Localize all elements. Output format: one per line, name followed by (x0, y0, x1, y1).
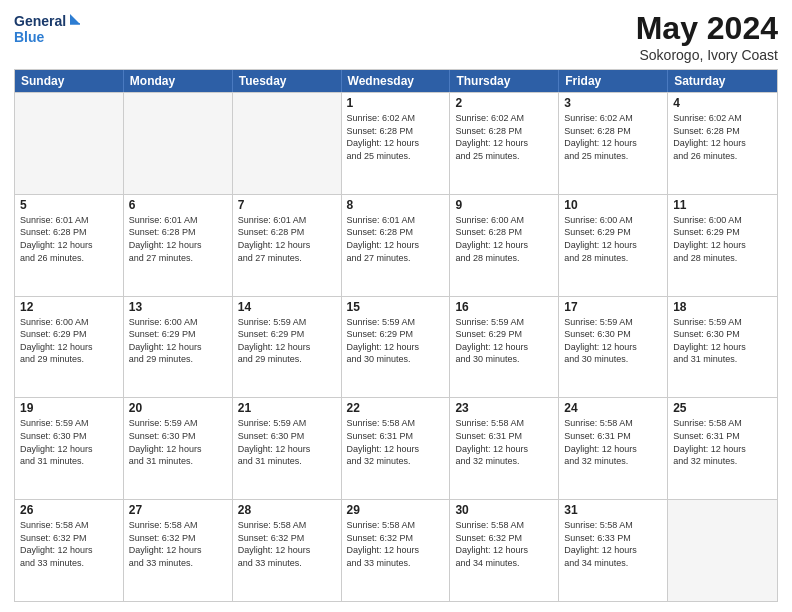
svg-text:Blue: Blue (14, 29, 45, 45)
calendar-cell-r3-c2: 13Sunrise: 6:00 AM Sunset: 6:29 PM Dayli… (124, 297, 233, 398)
location: Sokorogo, Ivory Coast (636, 47, 778, 63)
cell-info: Sunrise: 5:59 AM Sunset: 6:29 PM Dayligh… (347, 316, 445, 366)
day-number: 14 (238, 300, 336, 314)
calendar-cell-r1-c1 (15, 93, 124, 194)
cell-info: Sunrise: 6:01 AM Sunset: 6:28 PM Dayligh… (238, 214, 336, 264)
calendar-body: 1Sunrise: 6:02 AM Sunset: 6:28 PM Daylig… (15, 92, 777, 601)
svg-marker-2 (70, 14, 80, 24)
cell-info: Sunrise: 6:02 AM Sunset: 6:28 PM Dayligh… (455, 112, 553, 162)
page: General Blue May 2024 Sokorogo, Ivory Co… (0, 0, 792, 612)
header: General Blue May 2024 Sokorogo, Ivory Co… (14, 10, 778, 63)
cell-info: Sunrise: 5:59 AM Sunset: 6:30 PM Dayligh… (129, 417, 227, 467)
day-number: 1 (347, 96, 445, 110)
calendar-cell-r5-c4: 29Sunrise: 5:58 AM Sunset: 6:32 PM Dayli… (342, 500, 451, 601)
calendar-cell-r4-c1: 19Sunrise: 5:59 AM Sunset: 6:30 PM Dayli… (15, 398, 124, 499)
day-number: 23 (455, 401, 553, 415)
calendar-cell-r2-c2: 6Sunrise: 6:01 AM Sunset: 6:28 PM Daylig… (124, 195, 233, 296)
cell-info: Sunrise: 6:02 AM Sunset: 6:28 PM Dayligh… (564, 112, 662, 162)
day-number: 22 (347, 401, 445, 415)
day-number: 25 (673, 401, 772, 415)
calendar-cell-r4-c3: 21Sunrise: 5:59 AM Sunset: 6:30 PM Dayli… (233, 398, 342, 499)
day-number: 27 (129, 503, 227, 517)
calendar-cell-r2-c1: 5Sunrise: 6:01 AM Sunset: 6:28 PM Daylig… (15, 195, 124, 296)
day-number: 21 (238, 401, 336, 415)
svg-text:General: General (14, 13, 66, 29)
calendar-cell-r1-c2 (124, 93, 233, 194)
calendar-cell-r5-c1: 26Sunrise: 5:58 AM Sunset: 6:32 PM Dayli… (15, 500, 124, 601)
calendar-cell-r5-c2: 27Sunrise: 5:58 AM Sunset: 6:32 PM Dayli… (124, 500, 233, 601)
cell-info: Sunrise: 6:02 AM Sunset: 6:28 PM Dayligh… (673, 112, 772, 162)
day-number: 12 (20, 300, 118, 314)
day-number: 31 (564, 503, 662, 517)
cell-info: Sunrise: 5:58 AM Sunset: 6:31 PM Dayligh… (673, 417, 772, 467)
logo-svg: General Blue (14, 10, 84, 48)
day-number: 24 (564, 401, 662, 415)
header-friday: Friday (559, 70, 668, 92)
header-thursday: Thursday (450, 70, 559, 92)
day-number: 30 (455, 503, 553, 517)
calendar-cell-r1-c6: 3Sunrise: 6:02 AM Sunset: 6:28 PM Daylig… (559, 93, 668, 194)
cell-info: Sunrise: 5:58 AM Sunset: 6:31 PM Dayligh… (347, 417, 445, 467)
day-number: 18 (673, 300, 772, 314)
cell-info: Sunrise: 5:58 AM Sunset: 6:31 PM Dayligh… (564, 417, 662, 467)
cell-info: Sunrise: 5:58 AM Sunset: 6:32 PM Dayligh… (20, 519, 118, 569)
header-tuesday: Tuesday (233, 70, 342, 92)
calendar-cell-r2-c5: 9Sunrise: 6:00 AM Sunset: 6:28 PM Daylig… (450, 195, 559, 296)
calendar-cell-r5-c6: 31Sunrise: 5:58 AM Sunset: 6:33 PM Dayli… (559, 500, 668, 601)
cell-info: Sunrise: 5:59 AM Sunset: 6:30 PM Dayligh… (673, 316, 772, 366)
day-number: 16 (455, 300, 553, 314)
cell-info: Sunrise: 6:00 AM Sunset: 6:29 PM Dayligh… (564, 214, 662, 264)
calendar-row-1: 1Sunrise: 6:02 AM Sunset: 6:28 PM Daylig… (15, 92, 777, 194)
header-monday: Monday (124, 70, 233, 92)
calendar-cell-r3-c3: 14Sunrise: 5:59 AM Sunset: 6:29 PM Dayli… (233, 297, 342, 398)
calendar-cell-r5-c3: 28Sunrise: 5:58 AM Sunset: 6:32 PM Dayli… (233, 500, 342, 601)
day-number: 2 (455, 96, 553, 110)
day-number: 6 (129, 198, 227, 212)
cell-info: Sunrise: 6:01 AM Sunset: 6:28 PM Dayligh… (347, 214, 445, 264)
cell-info: Sunrise: 5:58 AM Sunset: 6:32 PM Dayligh… (347, 519, 445, 569)
cell-info: Sunrise: 5:59 AM Sunset: 6:30 PM Dayligh… (564, 316, 662, 366)
day-number: 7 (238, 198, 336, 212)
month-title: May 2024 (636, 10, 778, 47)
calendar-cell-r3-c1: 12Sunrise: 6:00 AM Sunset: 6:29 PM Dayli… (15, 297, 124, 398)
calendar-cell-r5-c5: 30Sunrise: 5:58 AM Sunset: 6:32 PM Dayli… (450, 500, 559, 601)
header-saturday: Saturday (668, 70, 777, 92)
day-number: 13 (129, 300, 227, 314)
cell-info: Sunrise: 6:01 AM Sunset: 6:28 PM Dayligh… (129, 214, 227, 264)
cell-info: Sunrise: 5:59 AM Sunset: 6:29 PM Dayligh… (455, 316, 553, 366)
cell-info: Sunrise: 6:00 AM Sunset: 6:29 PM Dayligh… (673, 214, 772, 264)
calendar-row-2: 5Sunrise: 6:01 AM Sunset: 6:28 PM Daylig… (15, 194, 777, 296)
calendar-cell-r3-c6: 17Sunrise: 5:59 AM Sunset: 6:30 PM Dayli… (559, 297, 668, 398)
day-number: 8 (347, 198, 445, 212)
calendar-cell-r1-c7: 4Sunrise: 6:02 AM Sunset: 6:28 PM Daylig… (668, 93, 777, 194)
calendar-cell-r3-c4: 15Sunrise: 5:59 AM Sunset: 6:29 PM Dayli… (342, 297, 451, 398)
day-number: 20 (129, 401, 227, 415)
cell-info: Sunrise: 5:58 AM Sunset: 6:33 PM Dayligh… (564, 519, 662, 569)
cell-info: Sunrise: 5:58 AM Sunset: 6:31 PM Dayligh… (455, 417, 553, 467)
cell-info: Sunrise: 6:00 AM Sunset: 6:28 PM Dayligh… (455, 214, 553, 264)
day-number: 29 (347, 503, 445, 517)
cell-info: Sunrise: 5:59 AM Sunset: 6:30 PM Dayligh… (238, 417, 336, 467)
calendar-cell-r3-c7: 18Sunrise: 5:59 AM Sunset: 6:30 PM Dayli… (668, 297, 777, 398)
day-number: 4 (673, 96, 772, 110)
calendar-cell-r1-c3 (233, 93, 342, 194)
day-number: 3 (564, 96, 662, 110)
cell-info: Sunrise: 6:01 AM Sunset: 6:28 PM Dayligh… (20, 214, 118, 264)
calendar-cell-r1-c4: 1Sunrise: 6:02 AM Sunset: 6:28 PM Daylig… (342, 93, 451, 194)
calendar-cell-r2-c4: 8Sunrise: 6:01 AM Sunset: 6:28 PM Daylig… (342, 195, 451, 296)
day-number: 11 (673, 198, 772, 212)
calendar-row-5: 26Sunrise: 5:58 AM Sunset: 6:32 PM Dayli… (15, 499, 777, 601)
title-block: May 2024 Sokorogo, Ivory Coast (636, 10, 778, 63)
day-number: 15 (347, 300, 445, 314)
calendar-header: Sunday Monday Tuesday Wednesday Thursday… (15, 70, 777, 92)
cell-info: Sunrise: 5:58 AM Sunset: 6:32 PM Dayligh… (129, 519, 227, 569)
cell-info: Sunrise: 6:02 AM Sunset: 6:28 PM Dayligh… (347, 112, 445, 162)
calendar-cell-r5-c7 (668, 500, 777, 601)
day-number: 17 (564, 300, 662, 314)
calendar-cell-r4-c6: 24Sunrise: 5:58 AM Sunset: 6:31 PM Dayli… (559, 398, 668, 499)
day-number: 5 (20, 198, 118, 212)
day-number: 9 (455, 198, 553, 212)
calendar-cell-r2-c7: 11Sunrise: 6:00 AM Sunset: 6:29 PM Dayli… (668, 195, 777, 296)
day-number: 19 (20, 401, 118, 415)
calendar-cell-r1-c5: 2Sunrise: 6:02 AM Sunset: 6:28 PM Daylig… (450, 93, 559, 194)
